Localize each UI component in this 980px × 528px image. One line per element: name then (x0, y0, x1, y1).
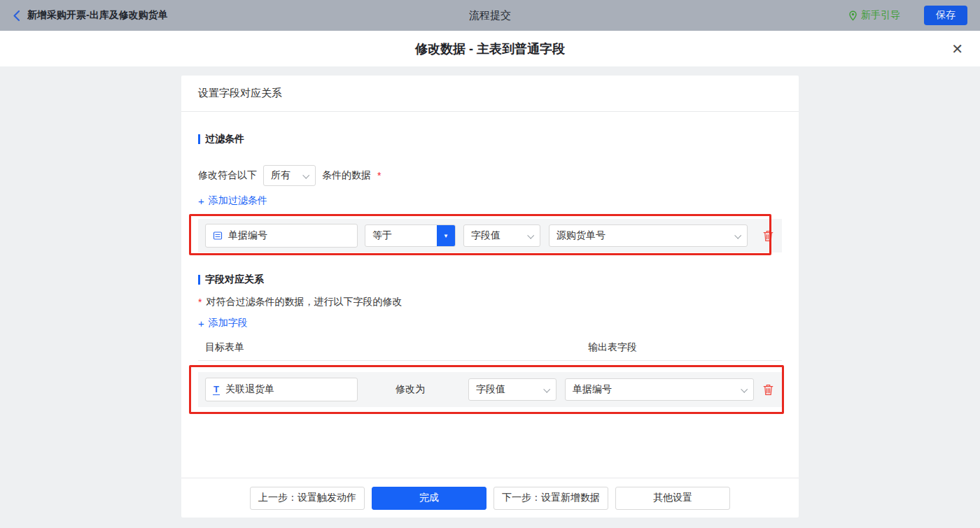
target-field-input[interactable]: T 关联退货单 (205, 378, 358, 401)
section-accent-bar (198, 134, 200, 144)
dialog-header: 修改数据 - 主表到普通字段 ✕ (0, 31, 980, 66)
column-divider (198, 360, 782, 361)
chevron-down-icon (302, 171, 309, 178)
card-header-title: 设置字段对应关系 (181, 76, 799, 112)
delete-filter-row-button[interactable] (763, 230, 774, 242)
other-settings-button[interactable]: 其他设置 (615, 487, 730, 510)
filter-value: 源购货单号 (556, 229, 606, 242)
operator-select[interactable]: 等于 ▼ (365, 224, 456, 247)
condition-suffix-label: 条件的数据 (322, 169, 371, 182)
output-field-column-header: 输出表字段 (588, 341, 637, 354)
filter-section-title: 过滤条件 (198, 133, 782, 145)
text-field-icon: T (213, 385, 220, 395)
mapping-value-select[interactable]: 单据编号 (565, 378, 754, 401)
filter-condition-row: 单据编号 等于 ▼ 字段值 源购货单号 (198, 219, 782, 252)
add-field-link[interactable]: + 添加字段 (198, 317, 248, 329)
card-footer: 上一步：设置触发动作 完成 下一步：设置新增数据 其他设置 (181, 478, 799, 518)
chevron-left-icon (13, 10, 20, 22)
required-asterisk: * (377, 170, 381, 181)
mapping-description: 对符合过滤条件的数据，进行以下字段的修改 (206, 296, 402, 308)
mapping-section-label: 字段对应关系 (205, 273, 264, 286)
topbar: 新增采购开票-出库及修改购货单 流程提交 新手引导 保存 (0, 0, 980, 31)
topbar-right: 新手引导 保存 (848, 6, 967, 25)
location-pin-icon (848, 10, 858, 21)
trash-icon (763, 230, 774, 242)
plus-icon: + (198, 196, 204, 206)
mapping-section-title: 字段对应关系 (198, 273, 782, 286)
chevron-down-icon (734, 231, 741, 238)
required-asterisk: * (198, 297, 202, 308)
filter-value-type-select[interactable]: 字段值 (463, 224, 540, 247)
mapping-description-line: * 对符合过滤条件的数据，进行以下字段的修改 (198, 296, 782, 308)
field-mapping-row: T 关联退货单 修改为 字段值 单据编号 (198, 372, 782, 407)
back-button[interactable] (13, 10, 20, 22)
dialog-body: 设置字段对应关系 过滤条件 修改符合以下 所有 条件的数据 * + 添加过滤条件 (0, 66, 980, 528)
mapping-value-type: 字段值 (476, 383, 505, 396)
mapping-value: 单据编号 (573, 383, 612, 396)
condition-scope-select[interactable]: 所有 (263, 165, 316, 186)
condition-prefix-label: 修改符合以下 (198, 169, 257, 182)
mapping-value-type-select[interactable]: 字段值 (468, 378, 556, 401)
filter-value-select[interactable]: 源购货单号 (549, 224, 748, 247)
add-field-label: 添加字段 (209, 317, 248, 329)
chevron-down-icon (527, 231, 534, 238)
operator-value: 等于 (365, 225, 437, 246)
chevron-down-icon (741, 385, 748, 392)
section-accent-bar (198, 275, 200, 285)
modify-to-label: 修改为 (396, 383, 425, 396)
topbar-left: 新增采购开票-出库及修改购货单 (13, 9, 168, 22)
filter-value-type: 字段值 (471, 229, 500, 242)
filter-field-value: 单据编号 (228, 229, 267, 242)
chevron-down-icon (543, 385, 550, 392)
condition-line: 修改符合以下 所有 条件的数据 * (198, 165, 782, 186)
condition-scope-value: 所有 (271, 169, 290, 182)
mapping-column-headers: 目标表单 输出表字段 (198, 341, 782, 352)
plus-icon: + (198, 318, 204, 329)
filter-field-input[interactable]: 单据编号 (205, 224, 358, 248)
save-button[interactable]: 保存 (924, 6, 967, 25)
trash-icon (763, 384, 774, 396)
done-button[interactable]: 完成 (372, 487, 486, 510)
form-field-icon (213, 231, 223, 241)
guide-label: 新手引导 (861, 9, 900, 22)
filter-section-label: 过滤条件 (205, 133, 244, 145)
caret-down-icon[interactable]: ▼ (437, 225, 455, 246)
settings-card: 设置字段对应关系 过滤条件 修改符合以下 所有 条件的数据 * + 添加过滤条件 (181, 76, 799, 518)
delete-mapping-row-button[interactable] (763, 384, 774, 396)
dialog-title: 修改数据 - 主表到普通字段 (415, 41, 565, 57)
add-filter-condition-label: 添加过滤条件 (209, 194, 267, 207)
workflow-title: 新增采购开票-出库及修改购货单 (27, 9, 168, 22)
novice-guide-link[interactable]: 新手引导 (848, 9, 900, 22)
prev-step-button[interactable]: 上一步：设置触发动作 (250, 487, 365, 510)
next-step-button[interactable]: 下一步：设置新增数据 (493, 487, 608, 510)
close-icon[interactable]: ✕ (951, 42, 963, 56)
target-field-value: 关联退货单 (225, 383, 274, 396)
add-filter-condition-link[interactable]: + 添加过滤条件 (198, 194, 267, 207)
card-body: 过滤条件 修改符合以下 所有 条件的数据 * + 添加过滤条件 (181, 112, 799, 407)
target-form-column-header: 目标表单 (205, 341, 244, 354)
